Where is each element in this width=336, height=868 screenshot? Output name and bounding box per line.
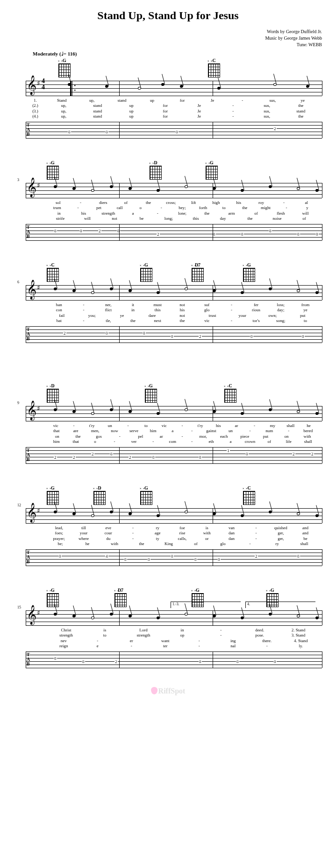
tablature-staff: TAB2000200 <box>26 326 322 346</box>
tablature-staff: TAB22202001022 <box>26 447 322 467</box>
note-icon <box>315 616 319 620</box>
barline <box>119 447 120 463</box>
lyric-syllable: reign <box>47 644 81 649</box>
music-system: DGC9𝄞♯vic-t'ryun-tovic-t'ryhisar-myshall… <box>14 383 322 467</box>
tab-fret-number: 0 <box>54 656 57 661</box>
tab-fret-number: 0 <box>58 554 62 559</box>
tab-label: TAB <box>27 550 30 564</box>
lyric-syllable: dare <box>137 313 167 318</box>
lyric-syllable: - <box>219 318 244 323</box>
notation-staff: 15𝄞♯1.-3.4. <box>26 609 322 627</box>
barline <box>119 610 120 625</box>
lyric-syllable: and <box>293 525 318 531</box>
chord-grid-icon <box>140 491 152 505</box>
barline <box>213 610 213 625</box>
lyric-syllable: his <box>209 423 228 428</box>
lyric-syllable: forth <box>193 205 214 210</box>
lyric-syllable: to <box>214 205 235 210</box>
lyric-syllable: - <box>182 439 201 444</box>
chord-grid-icon <box>47 166 59 180</box>
lyric-syllable: for <box>149 109 183 114</box>
chord-diagram: D7 <box>114 588 127 607</box>
tab-fret-number: 2 <box>114 659 118 664</box>
tab-fret-number: 2 <box>63 331 66 336</box>
pick-icon <box>151 687 157 694</box>
note-icon <box>156 189 160 192</box>
lyric-syllable: - <box>219 302 244 308</box>
lyric-syllable: cour <box>96 531 121 536</box>
repeat-start-icon <box>70 81 72 96</box>
lyric-syllable: dan <box>219 531 244 536</box>
lyric-line: trum-petcallo-bey;forthtothemight-y <box>26 205 322 210</box>
time-signature: 44 <box>42 78 45 90</box>
lyric-syllable: - <box>250 644 284 649</box>
barline <box>119 406 120 421</box>
lyric-line: 1. Standup,standupforJe-sus,ye <box>26 98 322 103</box>
tab-fret-number: 0 <box>105 331 108 336</box>
lyric-syllable: song; <box>268 318 293 323</box>
verse-number <box>26 313 47 318</box>
music-system: GDG3𝄞♯sol-diersofthecross;lifthighhisroy… <box>14 160 322 244</box>
credit-tune: Tune: WEBB <box>14 42 322 48</box>
lyric-syllable: - <box>182 428 201 434</box>
chord-grid-icon <box>93 491 106 505</box>
lyric-syllable: - <box>182 644 216 649</box>
tab-fret-number: 0 <box>54 229 57 233</box>
note-icon <box>91 189 94 192</box>
lyric-syllable: - <box>272 200 295 205</box>
treble-clef-icon: 𝄞 <box>27 281 36 298</box>
lyric-syllable: ter <box>149 644 183 649</box>
lyric-syllable: up <box>114 109 149 114</box>
lyric-syllable: the <box>68 434 89 439</box>
chord-diagram: G <box>140 485 152 505</box>
lyric-syllable: er <box>114 638 149 644</box>
tablature-staff: TAB002000 <box>26 651 322 671</box>
lyric-syllable: your <box>228 313 257 318</box>
lyric-syllable: - <box>216 109 250 114</box>
tab-fret-number: 0 <box>199 455 202 460</box>
key-signature: ♯ <box>37 79 40 87</box>
lyric-syllable: trust <box>197 313 227 318</box>
note-icon <box>184 185 188 189</box>
barline <box>26 406 26 421</box>
barline <box>322 285 322 300</box>
lyric-syllable: a <box>163 428 182 434</box>
chord-diagram: G <box>47 485 59 505</box>
barline <box>119 122 120 138</box>
lyric-syllable: life <box>279 439 298 444</box>
note-icon <box>105 84 108 88</box>
notation-staff: 6𝄞♯ <box>26 284 322 301</box>
note-icon <box>296 614 300 618</box>
tab-fret-number: 2 <box>129 455 132 460</box>
lyric-syllable: up, <box>47 103 81 108</box>
lyric-syllable: for <box>149 103 183 108</box>
lyric-syllable: lead, <box>47 525 71 531</box>
key-signature: ♯ <box>37 609 40 617</box>
barline <box>213 651 213 668</box>
barline <box>213 183 213 198</box>
lyric-syllable: ry <box>264 541 291 546</box>
tab-fret-number: 2 <box>311 452 314 456</box>
lyric-syllable: 4. Stand <box>284 638 318 644</box>
tab-fret-number: 0 <box>245 452 249 456</box>
lyric-syllable: - <box>145 211 170 216</box>
lyric-line: thataremen,nowservehima-gainstun-num-ber… <box>26 428 322 434</box>
music-system: CGD7G6𝄞♯ban-ner,itmustnotsuf-ferloss;fro… <box>14 262 322 346</box>
lyric-syllable: ger, <box>268 536 293 541</box>
note-icon <box>72 614 76 618</box>
chord-diagram: D <box>47 383 59 403</box>
lyric-syllable: of <box>114 200 137 205</box>
note-icon <box>53 510 57 514</box>
barline <box>26 610 26 625</box>
lyric-syllable: - <box>279 428 298 434</box>
lyric-syllable: num <box>260 428 279 434</box>
lyric-syllable: the <box>284 103 318 108</box>
barline <box>26 224 26 240</box>
lyric-syllable: - <box>151 205 172 210</box>
lyric-syllable: - <box>236 541 264 546</box>
bar-number: 9 <box>17 401 19 405</box>
lyric-syllable: o <box>86 439 105 444</box>
lyrics-block: ban-ner,itmustnotsuf-ferloss;fromcon-fli… <box>26 302 322 323</box>
note-icon <box>156 616 160 620</box>
lyric-syllable: vic <box>155 423 173 428</box>
